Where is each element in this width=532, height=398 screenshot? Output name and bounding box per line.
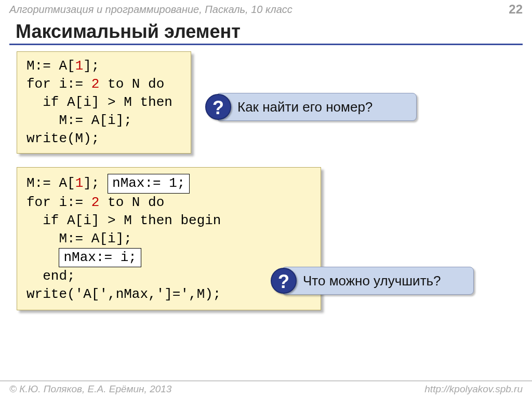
slide-content: M:= A[1]; for i:= 2 to N do if A[i] > M … [0, 51, 532, 310]
question-icon: ? [271, 268, 297, 294]
title-underline [9, 44, 523, 45]
copyright: © К.Ю. Поляков, Е.А. Ерёмин, 2013 [9, 383, 171, 395]
callout-text: Что можно улучшить? [303, 273, 441, 289]
slide-footer: © К.Ю. Поляков, Е.А. Ерёмин, 2013 http:/… [0, 380, 532, 398]
callout-question-2: ? Что можно улучшить? [282, 267, 474, 295]
slide-title: Максимальный элемент [0, 18, 532, 44]
code-insert-2: nMax:= i; [59, 248, 141, 267]
question-icon: ? [205, 94, 231, 120]
page-number: 22 [509, 2, 523, 17]
callout-text: Как найти его номер? [237, 99, 373, 115]
code-insert-1: nMax:= 1; [108, 174, 190, 193]
callout-question-1: ? Как найти его номер? [216, 93, 417, 121]
slide-header: Алгоритмизация и программирование, Паска… [0, 0, 532, 18]
footer-url: http://kpolyakov.spb.ru [424, 383, 523, 395]
code-block-1: M:= A[1]; for i:= 2 to N do if A[i] > M … [17, 51, 191, 154]
course-label: Алгоритмизация и программирование, Паска… [9, 4, 292, 16]
